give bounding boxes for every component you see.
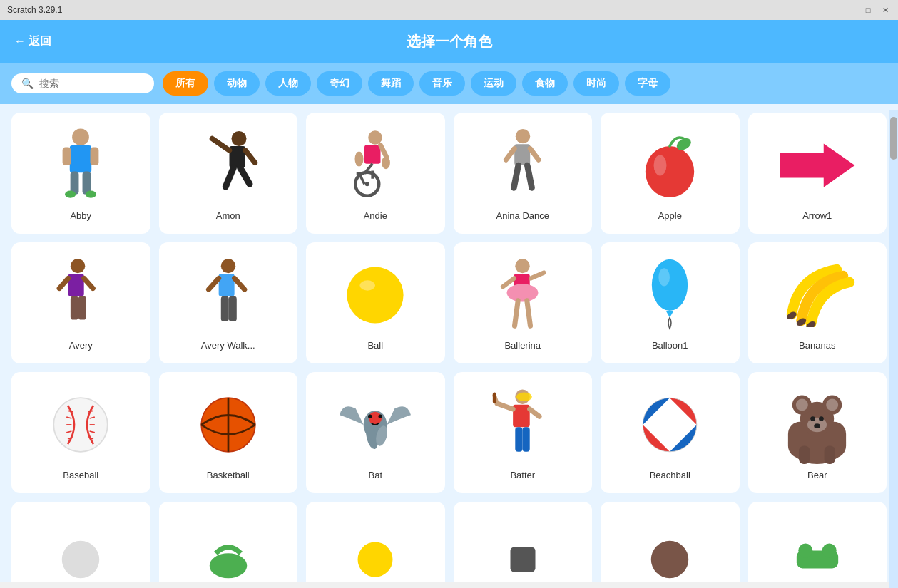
sprite-image-s20 — [189, 520, 267, 582]
svg-rect-85 — [523, 427, 530, 452]
sprite-image-s21 — [336, 520, 414, 582]
svg-line-54 — [503, 278, 514, 287]
svg-point-78 — [368, 414, 372, 418]
svg-point-8 — [231, 131, 246, 146]
filter-btn-fashion[interactable]: 时尚 — [573, 71, 619, 96]
sprite-card-s24[interactable] — [748, 502, 887, 582]
sprite-name-bear: Bear — [807, 470, 827, 480]
sprite-image-avery-walk — [189, 256, 267, 334]
maximize-button[interactable]: □ — [862, 4, 874, 16]
svg-point-101 — [826, 398, 838, 411]
svg-line-13 — [240, 167, 250, 184]
sprite-card-s19[interactable] — [11, 502, 150, 582]
svg-point-94 — [658, 408, 668, 418]
sprite-image-s23 — [631, 520, 709, 582]
sprite-card-bananas[interactable]: Bananas — [748, 242, 887, 363]
svg-point-110 — [358, 542, 393, 577]
sprite-card-basketball[interactable]: Basketball — [159, 372, 298, 493]
filter-btn-letters[interactable]: 字母 — [625, 71, 670, 96]
sprite-card-beachball[interactable]: Beachball — [601, 372, 740, 493]
sprite-card-bear[interactable]: Bear — [748, 372, 887, 493]
sprite-card-apple[interactable]: Apple — [601, 113, 740, 234]
filter-btn-music[interactable]: 音乐 — [419, 71, 465, 96]
svg-line-29 — [514, 165, 518, 187]
sprite-image-arrow1 — [778, 126, 857, 205]
sprite-card-abby[interactable]: Abby — [11, 113, 150, 234]
sprite-card-amon[interactable]: Amon — [159, 113, 298, 234]
filter-btn-food[interactable]: 食物 — [522, 71, 568, 96]
search-icon: 🔍 — [21, 78, 34, 89]
svg-rect-83 — [513, 404, 530, 426]
sprite-name-batter: Batter — [510, 470, 535, 480]
filter-btn-dance[interactable]: 舞蹈 — [368, 71, 414, 96]
svg-point-109 — [210, 553, 248, 578]
svg-line-89 — [530, 409, 539, 416]
sprite-name-bananas: Bananas — [799, 340, 835, 351]
sprite-image-baseball — [41, 386, 120, 464]
svg-line-45 — [208, 278, 218, 289]
sprite-card-ballerina[interactable]: Ballerina — [454, 242, 593, 363]
sprite-image-andie — [336, 126, 414, 205]
svg-rect-42 — [218, 274, 234, 296]
header: ← 返回 选择一个角色 — [0, 20, 898, 63]
sprite-card-s20[interactable] — [159, 502, 298, 582]
sprite-image-batter — [484, 386, 562, 464]
sprite-card-arrow1[interactable]: Arrow1 — [748, 113, 887, 234]
scrollbar-thumb[interactable] — [890, 117, 897, 160]
search-input[interactable] — [39, 78, 132, 89]
sprite-name-anina-dance: Anina Dance — [496, 210, 549, 221]
filter-btn-animal[interactable]: 动物 — [214, 71, 260, 96]
svg-point-114 — [798, 544, 812, 558]
minimize-button[interactable]: — — [845, 4, 857, 16]
search-filter-bar: 🔍 所有动物人物奇幻舞蹈音乐运动食物时尚字母 — [0, 63, 898, 104]
sprite-card-avery[interactable]: Avery — [11, 242, 150, 363]
close-button[interactable]: ✕ — [879, 4, 891, 16]
svg-point-49 — [516, 258, 530, 272]
svg-point-104 — [819, 416, 824, 421]
sprite-image-amon — [189, 126, 267, 205]
sprite-card-batter[interactable]: Batter — [454, 372, 593, 493]
svg-rect-44 — [229, 296, 237, 321]
svg-line-28 — [530, 148, 539, 160]
sprite-card-baseball[interactable]: Baseball — [11, 372, 150, 493]
svg-line-10 — [212, 138, 229, 150]
sprite-name-balloon1: Balloon1 — [652, 340, 688, 351]
sprite-card-s23[interactable] — [601, 502, 740, 582]
sprite-grid: Abby Amon Andie — [0, 104, 898, 582]
svg-line-40 — [84, 278, 93, 288]
sprite-card-s21[interactable] — [306, 502, 445, 582]
sprite-image-abby — [41, 126, 120, 205]
sprite-image-s24 — [778, 520, 857, 582]
sprite-card-avery-walk[interactable]: Avery Walk... — [159, 242, 298, 363]
filter-bar: 所有动物人物奇幻舞蹈音乐运动食物时尚字母 — [163, 71, 670, 96]
sprite-card-ball[interactable]: Ball — [306, 242, 445, 363]
sprite-image-ballerina — [484, 256, 562, 334]
svg-rect-2 — [63, 147, 71, 165]
sprite-image-anina-dance — [484, 126, 562, 205]
svg-point-48 — [360, 280, 376, 290]
filter-btn-people[interactable]: 人物 — [265, 71, 311, 96]
sprite-image-basketball — [189, 386, 267, 464]
filter-btn-all[interactable]: 所有 — [163, 71, 208, 96]
sprite-name-beachball: Beachball — [650, 470, 690, 480]
sprite-card-bat[interactable]: Bat — [306, 372, 445, 493]
sprite-name-avery-walk: Avery Walk... — [201, 340, 255, 351]
filter-btn-fantasy[interactable]: 奇幻 — [317, 71, 362, 96]
svg-rect-37 — [71, 296, 78, 319]
search-box: 🔍 — [11, 73, 154, 93]
sprite-name-ballerina: Ballerina — [504, 340, 541, 351]
sprite-card-andie[interactable]: Andie — [306, 113, 445, 234]
sprite-image-beachball — [631, 386, 709, 464]
svg-rect-26 — [514, 144, 530, 165]
back-button[interactable]: ← 返回 — [14, 34, 51, 49]
sprite-card-s22[interactable] — [454, 502, 593, 582]
svg-rect-15 — [364, 145, 381, 163]
scrollbar-track[interactable] — [889, 110, 898, 588]
svg-point-47 — [347, 267, 404, 323]
sprite-name-apple: Apple — [658, 210, 682, 221]
filter-btn-sport[interactable]: 运动 — [471, 71, 516, 96]
sprite-card-balloon1[interactable]: Balloon1 — [601, 242, 740, 363]
sprite-name-baseball: Baseball — [63, 470, 98, 480]
sprite-card-anina-dance[interactable]: Anina Dance — [454, 113, 593, 234]
sprite-name-abby: Abby — [70, 210, 91, 221]
